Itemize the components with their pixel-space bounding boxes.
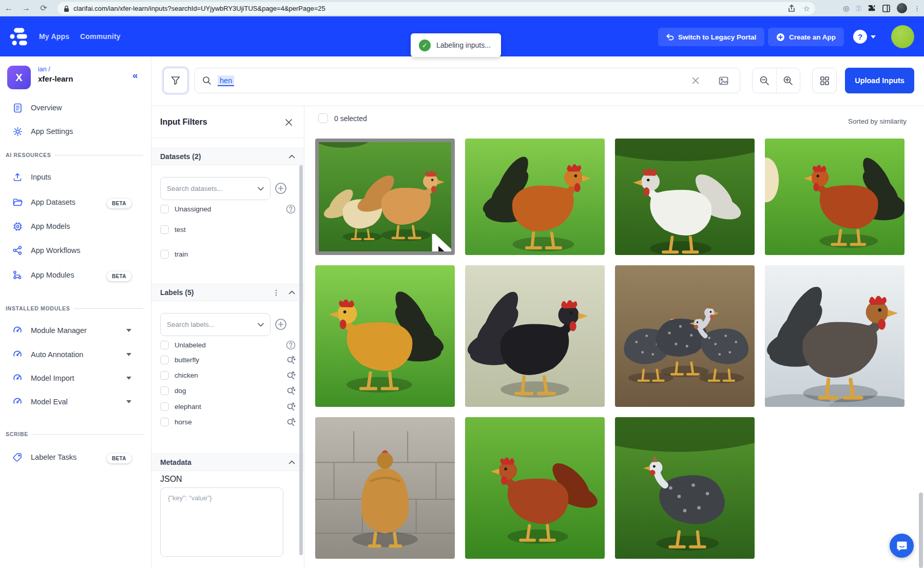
sorted-by-label: Sorted by similarity	[848, 117, 907, 125]
nav-my-apps[interactable]: My Apps	[39, 16, 69, 56]
extensions-puzzle-icon[interactable]	[868, 5, 876, 12]
search-input[interactable]: hen	[195, 68, 740, 93]
bookmark-star-icon[interactable]: ☆	[803, 4, 810, 13]
magic-search-icon[interactable]	[286, 402, 296, 411]
input-image-tile[interactable]	[615, 265, 755, 407]
chevron-down-icon[interactable]	[126, 329, 131, 332]
checkbox[interactable]	[160, 386, 169, 395]
side-panel-icon[interactable]	[882, 5, 890, 12]
checkbox[interactable]	[160, 225, 169, 234]
chevron-down-icon	[258, 323, 264, 327]
create-app-button[interactable]: Create an App	[768, 28, 844, 46]
filters-scrollbar[interactable]	[299, 165, 303, 555]
input-image-tile[interactable]	[615, 139, 755, 255]
grid-view-button[interactable]	[812, 68, 837, 93]
module-gauge-icon	[12, 350, 23, 359]
user-avatar[interactable]	[891, 25, 914, 48]
metadata-json-input[interactable]	[160, 487, 283, 557]
chip-icon	[12, 222, 23, 231]
question-circle-icon[interactable]	[286, 340, 296, 350]
checkbox[interactable]	[160, 250, 169, 259]
chevron-up-icon[interactable]	[288, 460, 295, 464]
input-image-tile[interactable]	[615, 417, 755, 559]
chat-widget-button[interactable]	[890, 534, 914, 558]
sidebar-item-module-manager[interactable]: Module Manager	[12, 322, 141, 339]
nav-community[interactable]: Community	[80, 16, 121, 56]
browser-chrome: ← → ⟳ clarifai.com/ian/xfer-learn/inputs…	[0, 0, 924, 16]
input-image-tile[interactable]	[765, 265, 904, 407]
browser-profile-avatar[interactable]	[897, 3, 907, 13]
magic-search-icon[interactable]	[286, 370, 296, 380]
module-gauge-icon	[12, 397, 23, 406]
labels-menu-icon[interactable]: ⋮	[273, 288, 280, 297]
input-image-tile[interactable]	[765, 139, 904, 255]
label-option-butterfly: butterfly	[160, 353, 296, 366]
sidebar-item-inputs[interactable]: Inputs	[12, 168, 141, 186]
input-image-tile[interactable]	[315, 417, 455, 559]
input-image-tile[interactable]	[465, 417, 605, 559]
help-icon[interactable]: ?	[853, 30, 867, 44]
upload-inputs-button[interactable]: Upload Inputs	[845, 68, 914, 93]
app-avatar[interactable]: X	[7, 66, 31, 89]
input-image-tile[interactable]	[465, 139, 605, 255]
sidebar-item-model-import[interactable]: Model Import	[12, 369, 141, 387]
checkbox[interactable]	[160, 205, 169, 213]
extension-swirl-icon[interactable]: ◎	[843, 4, 849, 12]
input-image-tile[interactable]	[315, 139, 455, 255]
filter-button[interactable]	[163, 68, 188, 93]
input-image-tile[interactable]	[315, 265, 455, 407]
clear-search-icon[interactable]	[692, 77, 699, 84]
labels-section-header[interactable]: Labels (5) ⋮	[151, 284, 304, 301]
datasets-section-header[interactable]: Datasets (2)	[151, 148, 304, 165]
chevron-down-icon[interactable]	[126, 353, 131, 356]
owner-link[interactable]: ian /	[38, 66, 73, 73]
mouse-cursor	[401, 234, 455, 255]
question-circle-icon[interactable]	[286, 204, 296, 214]
sidebar-item-app-models[interactable]: App Models	[12, 218, 141, 235]
switch-legacy-portal-button[interactable]: Switch to Legacy Portal	[658, 28, 764, 46]
extension-password-icon[interactable]: ⚿	[856, 4, 861, 13]
search-datasets-select[interactable]: Search datasets...	[160, 177, 271, 200]
browser-url-bar[interactable]: clarifai.com/ian/xfer-learn/inputs?searc…	[57, 2, 815, 15]
help-menu[interactable]: ?	[853, 30, 876, 44]
magic-search-icon[interactable]	[286, 386, 296, 395]
magic-search-icon[interactable]	[286, 355, 296, 364]
add-dataset-button[interactable]	[275, 182, 287, 194]
chevron-down-icon[interactable]	[126, 377, 131, 380]
sidebar-collapse-icon[interactable]: «	[132, 70, 137, 81]
chevron-down-icon[interactable]	[126, 400, 131, 403]
checkbox[interactable]	[160, 356, 169, 364]
metadata-section-header[interactable]: Metadata	[151, 454, 304, 471]
zoom-controls	[752, 68, 800, 93]
sidebar-item-app-settings[interactable]: App Settings	[12, 123, 141, 140]
select-all-checkbox[interactable]	[318, 113, 328, 123]
clarifai-logo[interactable]	[9, 26, 32, 47]
image-search-icon[interactable]	[719, 76, 728, 85]
chevron-up-icon[interactable]	[288, 154, 295, 159]
dataset-option-train: train	[160, 247, 296, 261]
window-scrollbar[interactable]	[919, 493, 923, 568]
close-filters-icon[interactable]	[285, 119, 293, 128]
chevron-up-icon[interactable]	[288, 290, 295, 295]
browser-back-icon[interactable]: ←	[0, 4, 17, 13]
zoom-in-button[interactable]	[777, 68, 800, 93]
zoom-out-button[interactable]	[753, 68, 777, 93]
checkbox[interactable]	[160, 341, 169, 349]
checkbox[interactable]	[160, 402, 169, 411]
browser-forward-icon[interactable]: →	[17, 4, 35, 13]
checkbox[interactable]	[160, 418, 169, 426]
input-image-tile[interactable]	[465, 265, 605, 407]
sidebar-item-auto-annotation[interactable]: Auto Annotation	[12, 346, 141, 363]
sidebar-item-overview[interactable]: Overview	[12, 99, 141, 116]
sidebar-item-app-workflows[interactable]: App Workflows	[12, 242, 141, 259]
search-labels-select[interactable]: Search labels...	[160, 313, 271, 336]
add-label-button[interactable]	[275, 318, 287, 330]
app-name: xfer-learn	[38, 74, 73, 83]
share-icon[interactable]	[788, 5, 795, 12]
checkbox[interactable]	[160, 371, 169, 380]
sidebar-item-model-eval[interactable]: Model Eval	[12, 393, 141, 410]
section-ai-resources: AI RESOURCES	[6, 152, 143, 158]
browser-reload-icon[interactable]: ⟳	[35, 3, 52, 13]
magic-search-icon[interactable]	[286, 417, 296, 426]
browser-menu-icon[interactable]: ⋮	[914, 5, 921, 12]
